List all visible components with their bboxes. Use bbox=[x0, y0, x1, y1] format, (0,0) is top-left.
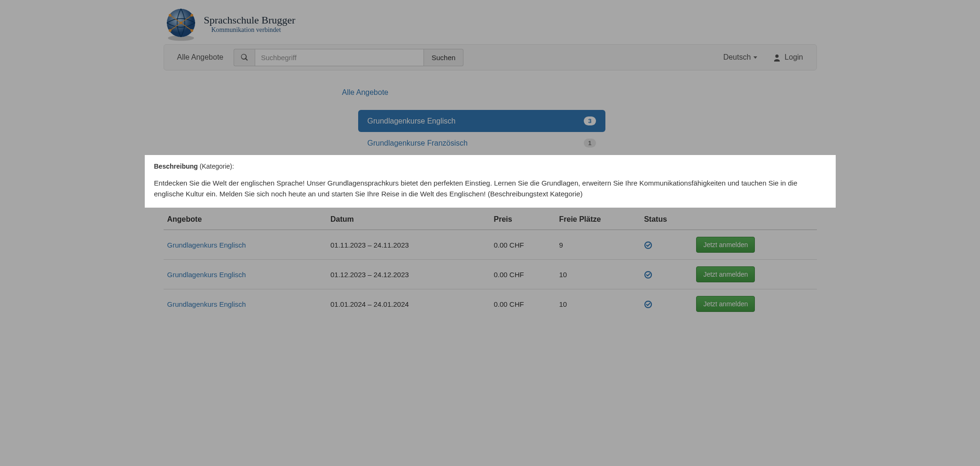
svg-point-5 bbox=[190, 29, 193, 32]
category-item[interactable]: Grundlagenkurse Englisch3 bbox=[358, 110, 605, 132]
cell-status bbox=[640, 260, 692, 289]
cell-date: 01.11.2023 – 24.11.2023 bbox=[327, 230, 490, 260]
search-group: Suchen bbox=[234, 49, 463, 66]
description-text: Entdecken Sie die Welt der englischen Sp… bbox=[154, 178, 826, 200]
category-root[interactable]: Alle Angebote bbox=[342, 84, 605, 101]
th-price: Preis bbox=[490, 210, 556, 230]
cell-date: 01.12.2023 – 24.12.2023 bbox=[327, 260, 490, 289]
cell-price: 0.00 CHF bbox=[490, 289, 556, 319]
category-item-badge: 1 bbox=[584, 139, 596, 148]
cell-status bbox=[640, 230, 692, 260]
offers-table: Angebote Datum Preis Freie Plätze Status… bbox=[164, 210, 817, 318]
svg-point-7 bbox=[190, 14, 193, 17]
th-action bbox=[692, 210, 816, 230]
category-item[interactable]: Grundlagenkurse Französisch1 bbox=[358, 132, 605, 154]
logo-subtitle: Kommunikation verbindet bbox=[212, 26, 296, 34]
enroll-button[interactable]: Jetzt anmelden bbox=[696, 296, 755, 312]
th-offer: Angebote bbox=[164, 210, 327, 230]
logo[interactable]: Sprachschule Brugger Kommunikation verbi… bbox=[164, 7, 817, 41]
cell-date: 01.01.2024 – 24.01.2024 bbox=[327, 289, 490, 319]
language-label: Deutsch bbox=[723, 53, 751, 62]
caret-down-icon bbox=[753, 56, 757, 59]
status-ok-icon bbox=[644, 241, 652, 249]
th-status: Status bbox=[640, 210, 692, 230]
svg-point-4 bbox=[168, 14, 171, 17]
user-icon bbox=[773, 53, 781, 62]
category-item-badge: 3 bbox=[584, 116, 596, 125]
search-icon[interactable] bbox=[234, 49, 255, 66]
navbar: Alle Angebote Suchen Deutsch bbox=[164, 44, 817, 70]
course-link[interactable]: Grundlagenkurs Englisch bbox=[167, 300, 246, 308]
login-button[interactable]: Login bbox=[767, 48, 809, 66]
table-row: Grundlagenkurs Englisch01.12.2023 – 24.1… bbox=[164, 260, 817, 289]
cell-status bbox=[640, 289, 692, 319]
status-ok-icon bbox=[644, 270, 652, 278]
enroll-button[interactable]: Jetzt anmelden bbox=[696, 237, 755, 253]
course-link[interactable]: Grundlagenkurs Englisch bbox=[167, 271, 246, 279]
cell-seats: 9 bbox=[556, 230, 641, 260]
svg-point-8 bbox=[180, 22, 182, 24]
cell-seats: 10 bbox=[556, 289, 641, 319]
category-item-label: Grundlagenkurse Englisch bbox=[368, 117, 456, 125]
table-row: Grundlagenkurs Englisch01.01.2024 – 24.0… bbox=[164, 289, 817, 319]
th-seats: Freie Plätze bbox=[556, 210, 641, 230]
course-link[interactable]: Grundlagenkurs Englisch bbox=[167, 241, 246, 249]
status-ok-icon bbox=[644, 300, 652, 308]
table-row: Grundlagenkurs Englisch01.11.2023 – 24.1… bbox=[164, 230, 817, 260]
cell-seats: 10 bbox=[556, 260, 641, 289]
th-date: Datum bbox=[327, 210, 490, 230]
logo-title: Sprachschule Brugger bbox=[204, 14, 296, 26]
nav-all-offers[interactable]: Alle Angebote bbox=[171, 48, 230, 66]
cell-price: 0.00 CHF bbox=[490, 230, 556, 260]
language-dropdown[interactable]: Deutsch bbox=[717, 48, 764, 66]
description-panel: Beschreibung (Kategorie): Entdecken Sie … bbox=[145, 155, 836, 208]
search-button[interactable]: Suchen bbox=[424, 49, 463, 66]
category-item-label: Grundlagenkurse Französisch bbox=[368, 139, 468, 148]
description-heading: Beschreibung (Kategorie): bbox=[154, 162, 826, 172]
enroll-button[interactable]: Jetzt anmelden bbox=[696, 266, 755, 282]
logo-row: Sprachschule Brugger Kommunikation verbi… bbox=[164, 0, 817, 44]
svg-point-6 bbox=[168, 29, 171, 32]
cell-price: 0.00 CHF bbox=[490, 260, 556, 289]
search-input[interactable] bbox=[255, 49, 424, 66]
globe-icon bbox=[164, 7, 198, 41]
category-nav: Alle Angebote Grundlagenkurse Englisch3G… bbox=[342, 84, 605, 154]
login-label: Login bbox=[784, 53, 803, 62]
